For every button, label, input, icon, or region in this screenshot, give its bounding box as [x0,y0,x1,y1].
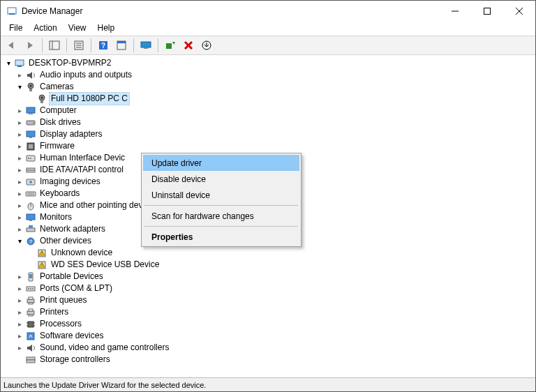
close-button[interactable] [503,1,535,22]
svg-rect-45 [26,192,36,196]
expand-icon[interactable]: ▸ [15,342,24,354]
context-disable-device[interactable]: Disable device [143,171,299,187]
camera-icon [25,82,36,93]
expand-icon[interactable]: ▸ [15,199,24,211]
tree-node[interactable]: ▸Ports (COM & LPT) [2,282,535,294]
svg-rect-26 [29,89,32,91]
context-uninstall-device[interactable]: Uninstall device [143,187,299,203]
tree-node[interactable]: ▾Cameras [2,81,535,93]
tree-node[interactable]: ▸Processors [2,318,535,330]
expand-icon[interactable]: ▸ [15,152,24,164]
menu-action[interactable]: Action [29,22,61,33]
context-properties[interactable]: Properties [143,229,299,245]
collapse-icon[interactable]: ▾ [15,81,24,93]
help-button[interactable]: ? [95,38,112,53]
expand-icon[interactable]: ▸ [15,223,24,235]
svg-rect-61 [29,274,32,278]
tree-node[interactable]: ▸Audio inputs and outputs [2,69,535,81]
audio-icon [25,70,36,81]
forward-button[interactable] [22,38,38,53]
tree-node[interactable]: ▸Display adapters [2,128,535,140]
context-scan-hardware[interactable]: Scan for hardware changes [143,208,299,224]
svg-text:?: ? [29,239,33,245]
svg-point-25 [30,84,32,86]
sound-icon [25,342,36,354]
tree-node[interactable]: ▸Firmware [2,140,535,152]
tree-label: Full HD 1080P PC C [50,93,129,105]
expand-icon[interactable]: ▸ [15,176,24,188]
window-controls [439,1,535,22]
menu-file[interactable]: File [5,22,27,33]
collapse-icon[interactable]: ▾ [3,57,13,69]
maximize-button[interactable] [471,1,503,22]
tree-node[interactable]: ▸Computer [2,105,535,116]
printq-icon [25,295,36,306]
context-menu: Update driver Disable device Uninstall d… [141,153,302,247]
expand-icon[interactable]: ▸ [15,330,24,342]
expand-icon[interactable]: ▸ [15,164,24,176]
expand-icon[interactable]: ▸ [15,188,24,199]
tree-node[interactable]: !Unknown device [2,247,535,259]
collapse-icon[interactable]: ▾ [15,235,24,247]
back-button[interactable] [3,38,20,53]
expand-icon[interactable]: ▸ [15,271,24,282]
content-area: ▾DESKTOP-BVPMRP2▸Audio inputs and output… [1,55,535,377]
expand-icon[interactable]: ▸ [15,282,24,294]
action-button[interactable] [113,38,130,53]
tree-label: Ports (COM & LPT) [38,282,114,294]
menu-help[interactable]: Help [94,22,119,33]
svg-point-44 [29,181,32,183]
imaging-icon [25,176,36,188]
warn-icon: ! [36,259,47,271]
tree-label: Imaging devices [38,176,102,188]
svg-rect-71 [29,315,33,316]
svg-point-28 [41,96,43,98]
scan-button[interactable] [162,38,179,53]
tree-label: Portable Devices [38,271,105,282]
svg-rect-50 [27,214,35,220]
tree-label: Printers [38,306,70,318]
expand-icon[interactable]: ▸ [15,294,24,306]
tree-label: Network adapters [38,223,107,235]
tree-node[interactable]: ▸Software devices [2,330,535,342]
toolbar-separator [91,38,91,52]
svg-rect-66 [27,299,34,303]
tree-label: Processors [38,318,83,330]
tree-node[interactable]: ▸Portable Devices [2,271,535,282]
svg-rect-78 [27,357,35,360]
svg-rect-30 [27,107,35,113]
expand-icon[interactable]: ▸ [15,116,24,128]
svg-point-39 [28,158,29,159]
expand-icon[interactable]: ▸ [15,211,24,223]
monitor-button[interactable] [137,38,154,53]
tree-node[interactable]: Storage controllers [2,354,535,365]
svg-rect-51 [29,220,32,221]
storage-icon [25,354,36,365]
tree-node[interactable]: ▸Sound, video and game controllers [2,342,535,354]
other-icon: ? [25,236,36,247]
uninstall-button[interactable] [180,38,197,53]
properties-button[interactable] [70,38,87,53]
tree-label: IDE ATA/ATAPI control [38,164,125,176]
menu-view[interactable]: View [64,22,91,33]
tree-label: Unknown device [50,247,114,259]
tree-node[interactable]: ▸Disk drives [2,116,535,128]
toolbar-separator [66,38,67,52]
context-separator [144,205,298,206]
tree-node[interactable]: ▸Print queues [2,294,535,306]
tree-node[interactable]: !WD SES Device USB Device [2,259,535,271]
expand-icon[interactable]: ▸ [15,140,24,152]
tree-root[interactable]: ▾DESKTOP-BVPMRP2 [2,57,535,69]
tree-node[interactable]: ▸Printers [2,306,535,318]
minimize-button[interactable] [439,1,471,22]
show-hide-tree-button[interactable] [46,38,63,53]
expand-icon[interactable]: ▸ [15,318,24,330]
expand-icon[interactable]: ▸ [15,306,24,318]
expand-icon[interactable]: ▸ [15,128,24,140]
expand-icon[interactable]: ▸ [15,69,24,81]
context-update-driver[interactable]: Update driver [143,155,299,171]
update-button[interactable] [198,38,215,53]
tree-node[interactable]: Full HD 1080P PC C [2,93,535,105]
svg-rect-77 [27,333,34,340]
expand-icon[interactable]: ▸ [15,105,24,116]
